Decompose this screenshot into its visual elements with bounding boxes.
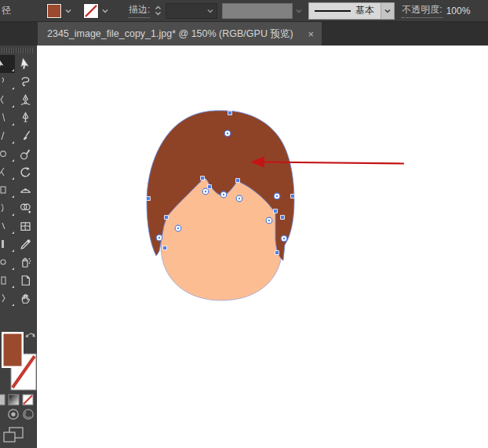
flyout-triangle — [12, 231, 14, 234]
symbol-sprayer-tool-icon — [19, 256, 32, 269]
partial-tool-icon — [0, 274, 7, 286]
anchor-point[interactable] — [147, 197, 151, 201]
toolbar-grip[interactable] — [2, 48, 33, 53]
shape-builder-tool-button[interactable] — [15, 199, 36, 217]
stroke-dropdown-chevron[interactable] — [100, 7, 110, 15]
tool-row — [0, 163, 36, 181]
tool-row — [0, 235, 36, 253]
hidden-tool-button[interactable] — [0, 163, 15, 181]
flyout-triangle — [12, 123, 14, 126]
none-button[interactable] — [23, 395, 33, 405]
hidden-tool-button[interactable] — [0, 127, 15, 145]
curvature-tool-button[interactable] — [15, 91, 36, 109]
partial-tool-icon — [0, 93, 7, 106]
flyout-triangle — [12, 87, 14, 89]
partial-tool-icon — [0, 148, 7, 160]
hidden-tool-button[interactable] — [0, 290, 15, 308]
eyedropper-tool-button[interactable] — [15, 235, 36, 253]
tools-panel — [0, 46, 37, 448]
anchor-point[interactable] — [165, 216, 169, 220]
stroke-weight-dropdown[interactable] — [166, 3, 217, 19]
pen-tool-button[interactable] — [15, 109, 36, 127]
hidden-tool-button[interactable] — [0, 253, 15, 271]
tool-row — [0, 217, 36, 235]
corner-widget-dot — [283, 238, 285, 239]
artboard-tool-icon — [19, 274, 32, 287]
partial-tool-icon — [0, 184, 7, 196]
hidden-tool-button[interactable] — [0, 109, 15, 127]
workspace — [0, 46, 488, 448]
flyout-triangle — [12, 195, 14, 198]
anchor-point[interactable] — [228, 111, 232, 115]
color-button[interactable] — [0, 395, 5, 405]
swap-fill-stroke-icon[interactable] — [26, 333, 35, 337]
paintbrush-tool-button[interactable] — [15, 127, 36, 145]
width-profile-dropdown[interactable] — [222, 3, 293, 19]
mesh-tool-button[interactable] — [15, 217, 36, 235]
brush-dropdown-chevron[interactable] — [381, 3, 394, 19]
shaper-tool-button[interactable] — [15, 145, 36, 163]
anchor-point[interactable] — [291, 195, 295, 199]
anchor-point[interactable] — [201, 177, 205, 180]
path-label: 径 — [2, 4, 11, 17]
tool-row — [0, 109, 36, 127]
fill-indicator[interactable] — [2, 332, 24, 368]
draw-behind-icon[interactable] — [24, 410, 33, 419]
tab-bar-spacer — [0, 22, 38, 46]
stroke-weight-stepper[interactable] — [155, 5, 162, 16]
partial-tool-icon — [0, 292, 7, 304]
partial-tool-icon — [0, 111, 7, 124]
tool-row — [0, 73, 36, 91]
fill-color-icon — [48, 5, 60, 17]
selection-tool-button[interactable] — [0, 55, 15, 73]
direct-selection-tool-button[interactable] — [15, 55, 36, 73]
stroke-color-swatch[interactable] — [84, 4, 98, 18]
opacity-value[interactable]: 100% — [446, 5, 471, 16]
gradient-button[interactable] — [9, 395, 19, 405]
stroke-weight-label[interactable]: 描边: — [129, 3, 150, 18]
partial-tool-icon — [0, 238, 7, 250]
opacity-label[interactable]: 不透明度: — [402, 3, 442, 18]
anchor-point[interactable] — [274, 209, 278, 213]
width-profile-chevron[interactable] — [294, 7, 304, 15]
hidden-tool-button[interactable] — [0, 73, 15, 91]
hidden-tool-button[interactable] — [0, 217, 15, 235]
corner-widget-dot — [276, 195, 278, 197]
hidden-tool-button[interactable] — [0, 181, 15, 199]
flyout-triangle — [12, 105, 14, 107]
hand-tool-button[interactable] — [15, 290, 36, 308]
fill-color-swatch[interactable] — [47, 4, 61, 18]
stroke-none-icon — [85, 5, 97, 17]
rotate-tool-button[interactable] — [15, 163, 36, 181]
anchor-point[interactable] — [236, 179, 240, 183]
direct-selection-tool-icon — [19, 57, 32, 71]
fill-dropdown-chevron[interactable] — [64, 7, 73, 15]
width-tool-icon — [19, 184, 32, 197]
anchor-point[interactable] — [163, 246, 167, 250]
artboard-tool-button[interactable] — [15, 271, 36, 290]
flyout-triangle — [12, 249, 14, 252]
tool-row — [0, 290, 36, 308]
draw-normal-icon[interactable] — [9, 410, 18, 419]
width-tool-button[interactable] — [15, 181, 36, 199]
anchor-point[interactable] — [275, 251, 279, 255]
screen-mode-icon[interactable] — [4, 428, 23, 442]
document-canvas[interactable] — [37, 46, 488, 448]
brush-definition-dropdown[interactable]: 基本 — [308, 2, 395, 20]
hidden-tool-button[interactable] — [0, 91, 15, 109]
hidden-tool-button[interactable] — [0, 145, 15, 163]
hidden-tool-button[interactable] — [0, 199, 15, 217]
lasso-tool-button[interactable] — [15, 73, 36, 91]
symbol-sprayer-tool-button[interactable] — [15, 253, 36, 271]
flyout-triangle — [12, 304, 14, 306]
hidden-tool-button[interactable] — [0, 235, 15, 253]
artwork — [37, 46, 488, 448]
rotate-tool-icon — [19, 166, 32, 179]
tab-close-icon[interactable]: × — [308, 28, 314, 40]
tool-row — [0, 253, 36, 271]
flyout-triangle — [12, 268, 14, 270]
anchor-point[interactable] — [208, 185, 212, 189]
anchor-point[interactable] — [281, 216, 285, 220]
document-tab[interactable]: 2345_image_file_copy_1.jpg* @ 150% (RGB/… — [38, 22, 322, 46]
hidden-tool-button[interactable] — [0, 271, 15, 290]
